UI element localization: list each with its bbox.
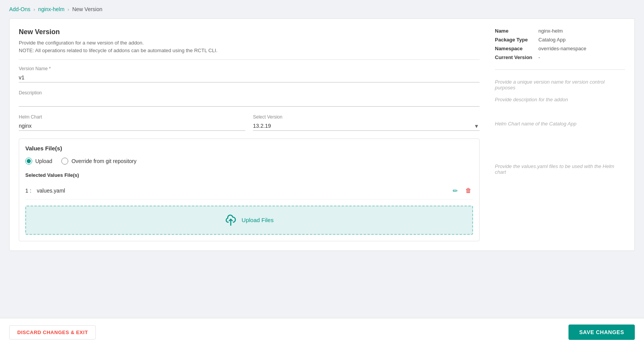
- main-content: New Version Provide the configuration fo…: [0, 18, 644, 318]
- description-hint: Provide description for the addon: [495, 97, 625, 102]
- select-version-col: Select Version 13.2.19 13.2.18 13.2.17 ▾: [253, 114, 480, 131]
- helm-chart-label: Helm Chart: [19, 114, 245, 120]
- edit-file-button[interactable]: ✏: [451, 186, 459, 196]
- upload-files-button[interactable]: Upload Files: [25, 206, 473, 235]
- info-package-type-value: Catalog App: [539, 37, 625, 43]
- footer-bar: DISCARD CHANGES & EXIT SAVE CHANGES: [0, 318, 644, 346]
- selected-files-label: Selected Values File(s): [25, 172, 473, 178]
- radio-upload-option[interactable]: Upload: [25, 158, 52, 165]
- file-index: 1 :: [25, 188, 37, 194]
- breadcrumb-sep-1: ›: [33, 7, 35, 12]
- radio-override-input[interactable]: [61, 158, 68, 165]
- select-version-dropdown[interactable]: 13.2.19 13.2.18 13.2.17: [253, 121, 480, 130]
- info-namespace-value: overrides-namespace: [539, 46, 625, 51]
- description-section: Description: [19, 90, 480, 107]
- info-grid: Name nginx-helm Package Type Catalog App…: [495, 28, 625, 60]
- page-note: NOTE: All operations related to lifecycl…: [19, 48, 480, 53]
- helm-chart-col: Helm Chart: [19, 114, 245, 131]
- breadcrumb: Add-Ons › nginx-helm › New Version: [0, 0, 644, 18]
- info-name-value: nginx-helm: [539, 28, 625, 34]
- values-files-hint: Provide the values.yaml files to be used…: [495, 163, 625, 175]
- select-version-label: Select Version: [253, 114, 480, 120]
- radio-override-label: Override from git repository: [71, 158, 136, 164]
- select-version-wrapper: 13.2.19 13.2.18 13.2.17 ▾: [253, 121, 480, 131]
- version-name-hint: Provide a unique version name for versio…: [495, 79, 625, 91]
- card: New Version Provide the configuration fo…: [9, 18, 635, 251]
- version-name-section: Version Name *: [19, 66, 480, 82]
- page-subtitle: Provide the configuration for a new vers…: [19, 39, 480, 47]
- page-title: New Version: [19, 28, 480, 36]
- helm-chart-input[interactable]: [19, 121, 245, 131]
- table-row: 1 : values.yaml ✏ 🗑: [25, 183, 473, 199]
- trash-icon: 🗑: [465, 187, 472, 194]
- delete-file-button[interactable]: 🗑: [464, 186, 473, 196]
- version-name-label: Version Name *: [19, 66, 480, 71]
- values-files-box: Values File(s) Upload Override from git …: [19, 138, 480, 241]
- right-panel: Name nginx-helm Package Type Catalog App…: [495, 28, 625, 241]
- info-current-version-value: -: [539, 54, 625, 60]
- description-input[interactable]: [19, 97, 480, 107]
- left-panel: New Version Provide the configuration fo…: [19, 28, 480, 241]
- radio-override-option[interactable]: Override from git repository: [61, 158, 136, 165]
- info-package-type-label: Package Type: [495, 37, 532, 43]
- version-name-input[interactable]: [19, 73, 480, 82]
- breadcrumb-addons-link[interactable]: Add-Ons: [9, 6, 30, 12]
- radio-group: Upload Override from git repository: [25, 158, 473, 165]
- file-actions: ✏ 🗑: [451, 186, 473, 196]
- breadcrumb-sep-2: ›: [67, 7, 69, 12]
- helm-version-row: Helm Chart Select Version 13.2.19 13.2.1…: [19, 114, 480, 131]
- divider-1: [19, 59, 480, 60]
- save-button[interactable]: SAVE CHANGES: [568, 325, 635, 340]
- breadcrumb-addon-link[interactable]: nginx-helm: [38, 6, 64, 12]
- info-namespace-label: Namespace: [495, 46, 532, 51]
- divider-right-1: [495, 69, 625, 70]
- values-files-title: Values File(s): [25, 145, 473, 152]
- upload-cloud-icon: [225, 214, 237, 226]
- helm-chart-hint: Helm Chart name of the Catalog App: [495, 121, 625, 127]
- file-name: values.yaml: [37, 188, 451, 194]
- description-label: Description: [19, 90, 480, 96]
- discard-button[interactable]: DISCARD CHANGES & EXIT: [9, 325, 96, 339]
- edit-icon: ✏: [453, 187, 458, 194]
- upload-files-label: Upload Files: [242, 217, 273, 223]
- breadcrumb-current: New Version: [72, 6, 102, 12]
- radio-upload-label: Upload: [35, 158, 52, 164]
- radio-upload-input[interactable]: [25, 158, 32, 165]
- info-name-label: Name: [495, 28, 532, 34]
- info-current-version-label: Current Version: [495, 54, 532, 60]
